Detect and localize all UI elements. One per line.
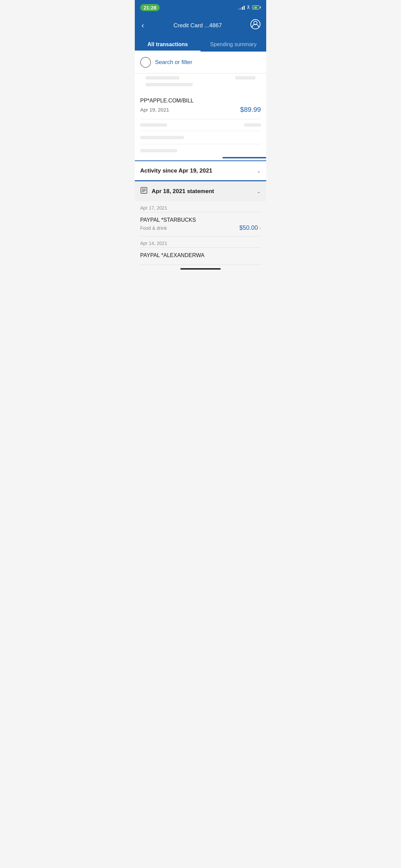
home-bar — [180, 268, 221, 270]
statement-transactions: Apr 17, 2021 PAYPAL *STARBUCKS Food & dr… — [135, 201, 266, 265]
transaction-row[interactable]: PP*APPLE.COM/BILL Apr 19, 2021 $89.99 — [140, 92, 261, 119]
stmt-amount-1: $50.00 — [239, 224, 258, 231]
statement-chevron-icon: ⌄ — [257, 189, 261, 194]
search-input[interactable]: Search or filter — [155, 59, 192, 66]
chevron-down-icon: ⌄ — [257, 168, 261, 174]
statement-group-2: Apr 14, 2021 PAYPAL *ALEXANDERWA — [135, 237, 266, 265]
ghost-rows-bottom — [140, 119, 261, 157]
transaction-date: Apr 19, 2021 — [140, 107, 169, 113]
activity-section-header[interactable]: Activity since Apr 19, 2021 ⌄ — [135, 161, 266, 180]
statement-section-header[interactable]: Apr 18, 2021 statement ⌄ — [135, 180, 266, 201]
header: ‹ Credit Card ...4867 — [135, 15, 266, 37]
transactions-area: PP*APPLE.COM/BILL Apr 19, 2021 $89.99 — [135, 73, 266, 157]
back-button[interactable]: ‹ — [140, 20, 145, 31]
search-icon — [140, 57, 151, 68]
scroll-thumb — [222, 157, 266, 158]
transaction-amount: $89.99 — [240, 106, 261, 114]
tab-spending-summary[interactable]: Spending summary — [201, 37, 266, 52]
tab-all-transactions[interactable]: All transactions — [135, 37, 201, 52]
stmt-date-2: Apr 14, 2021 — [140, 237, 261, 248]
activity-title: Activity since Apr 19, 2021 — [140, 167, 212, 174]
wifi-icon: ⊼ — [247, 5, 250, 10]
statement-transaction-row-2[interactable]: PAYPAL *ALEXANDERWA — [140, 248, 261, 265]
statement-icon — [140, 187, 148, 196]
stmt-merchant-1: PAYPAL *STARBUCKS — [140, 217, 261, 223]
tabs: All transactions Spending summary — [135, 37, 266, 52]
stmt-chevron-right-icon: › — [259, 225, 261, 231]
statement-transaction-row-1[interactable]: PAYPAL *STARBUCKS Food & drink $50.00 › — [140, 212, 261, 237]
stmt-merchant-2: PAYPAL *ALEXANDERWA — [140, 252, 261, 258]
stmt-date-1: Apr 17, 2021 — [140, 201, 261, 212]
stmt-category-1: Food & drink — [140, 225, 167, 231]
home-indicator — [135, 265, 266, 272]
search-bar[interactable]: Search or filter — [135, 52, 266, 73]
battery-icon: ⚡ — [252, 5, 261, 9]
status-icons: ⊼ ⚡ — [239, 5, 261, 10]
page-title: Credit Card ...4867 — [174, 22, 222, 29]
horizontal-scrollbar — [135, 157, 266, 161]
signal-icon — [239, 5, 245, 10]
profile-icon[interactable] — [250, 19, 261, 32]
statement-group-1: Apr 17, 2021 PAYPAL *STARBUCKS Food & dr… — [135, 201, 266, 237]
status-bar: 21:28 ⊼ ⚡ — [135, 0, 266, 15]
ghost-rows-top — [140, 73, 261, 92]
transaction-merchant: PP*APPLE.COM/BILL — [140, 98, 261, 104]
statement-title: Apr 18, 2021 statement — [152, 188, 214, 195]
main-content: Search or filter PP*APPLE.COM/BILL Apr 1… — [135, 52, 266, 272]
status-time: 21:28 — [140, 4, 160, 11]
